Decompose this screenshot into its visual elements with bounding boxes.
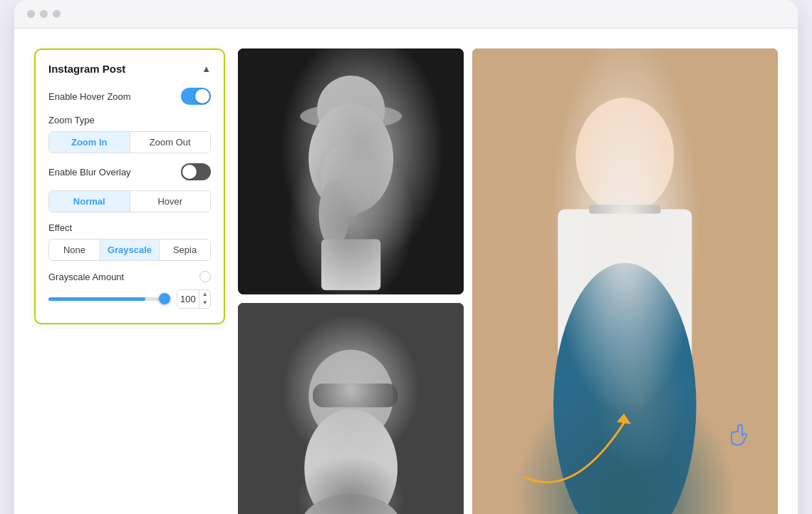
settings-panel: Instagram Post ▲ Enable Hover Zoom Zoom … (34, 48, 225, 324)
svg-point-5 (319, 180, 350, 247)
grayscale-amount-label: Grayscale Amount (48, 272, 124, 282)
normal-hover-group: Normal Hover (48, 190, 211, 212)
svg-point-17 (300, 494, 402, 514)
grayscale-amount-info-icon (199, 271, 211, 282)
browser-dot-2 (40, 10, 48, 18)
svg-rect-12 (238, 303, 464, 514)
blur-overlay-label: Enable Blur Overlay (48, 167, 131, 178)
photo-color-woman (472, 48, 778, 514)
browser-window: Instagram Post ▲ Enable Hover Zoom Zoom … (14, 0, 798, 514)
grayscale-number-value: 100 (177, 292, 199, 307)
svg-rect-6 (321, 240, 380, 290)
zoom-type-label: Zoom Type (48, 115, 211, 125)
grayscale-decrement-arrow[interactable]: ▼ (199, 299, 211, 307)
panel-header: Instagram Post ▲ (48, 63, 211, 75)
photo-bw-sunglasses-image (238, 303, 464, 514)
svg-point-10 (553, 263, 697, 514)
svg-rect-0 (238, 48, 464, 294)
grayscale-slider-track[interactable] (48, 297, 170, 301)
grayscale-button[interactable]: Grayscale (100, 240, 159, 260)
photo-color-woman-image (472, 48, 778, 514)
svg-point-16 (304, 409, 397, 514)
effect-group: None Grayscale Sepia (48, 239, 211, 261)
grayscale-slider-thumb[interactable] (159, 293, 170, 304)
normal-button[interactable]: Normal (49, 191, 130, 212)
zoom-type-group: Zoom In Zoom Out (48, 131, 211, 153)
grayscale-increment-arrow[interactable]: ▲ (199, 290, 211, 299)
svg-point-3 (308, 103, 393, 214)
panel-chevron[interactable]: ▲ (202, 63, 211, 74)
browser-dot-3 (53, 10, 61, 18)
svg-rect-9 (558, 210, 692, 389)
svg-point-14 (308, 349, 393, 443)
svg-rect-11 (590, 205, 661, 214)
hover-zoom-row: Enable Hover Zoom (48, 88, 211, 105)
effect-label: Effect (48, 222, 211, 233)
grayscale-number-arrows: ▲ ▼ (199, 290, 211, 308)
photo-bw-sunglasses (238, 303, 464, 514)
hover-zoom-toggle[interactable] (181, 88, 211, 105)
browser-content: Instagram Post ▲ Enable Hover Zoom Zoom … (14, 29, 798, 514)
svg-point-2 (317, 76, 385, 143)
sepia-button[interactable]: Sepia (159, 240, 210, 260)
photos-grid (238, 48, 778, 514)
svg-point-4 (321, 142, 372, 218)
hover-zoom-thumb (195, 89, 209, 103)
zoom-out-button[interactable]: Zoom Out (130, 132, 211, 153)
blur-overlay-row: Enable Blur Overlay (48, 163, 211, 180)
zoom-in-button[interactable]: Zoom In (49, 132, 130, 153)
grayscale-amount-row: Grayscale Amount (48, 271, 211, 282)
none-button[interactable]: None (49, 240, 100, 260)
blur-overlay-thumb (182, 165, 197, 179)
blur-overlay-toggle[interactable] (181, 163, 211, 180)
grayscale-slider-fill (48, 297, 145, 301)
svg-rect-7 (472, 48, 778, 514)
hover-zoom-label: Enable Hover Zoom (48, 91, 131, 102)
svg-rect-13 (238, 303, 464, 514)
photo-bw-hat-image (238, 48, 464, 294)
browser-dot-1 (27, 10, 35, 18)
svg-point-8 (576, 98, 675, 214)
hover-button[interactable]: Hover (130, 191, 211, 212)
photo-bw-hat (238, 48, 464, 294)
panel-title: Instagram Post (48, 63, 125, 75)
svg-point-1 (300, 103, 402, 129)
svg-rect-15 (313, 384, 397, 407)
browser-bar (14, 0, 798, 29)
slider-row: 100 ▲ ▼ (48, 289, 211, 309)
grayscale-number-input[interactable]: 100 ▲ ▼ (177, 289, 211, 309)
